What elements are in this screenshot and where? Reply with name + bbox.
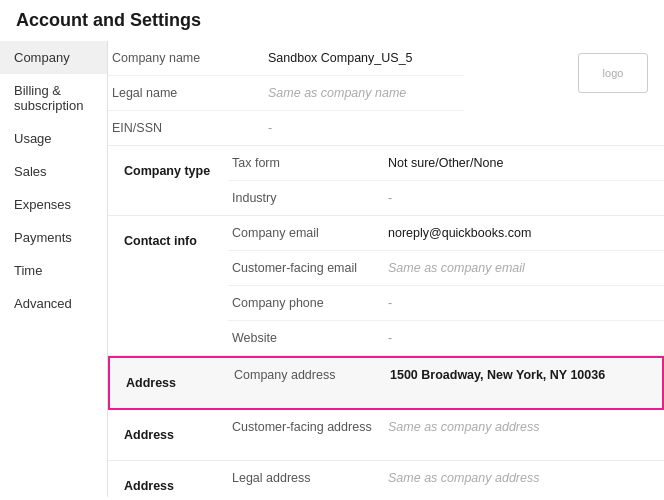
company-email-value: noreply@quickbooks.com	[388, 226, 664, 240]
company-phone-label: Company phone	[228, 296, 388, 310]
industry-row: Industry -	[228, 181, 664, 215]
company-address-row: Company address 1500 Broadway, New York,…	[230, 358, 662, 392]
company-phone-row: Company phone -	[228, 286, 664, 321]
address2-label: Address	[108, 410, 228, 460]
legal-address-rows: Legal address Same as company address	[228, 461, 664, 497]
customer-address-section: Address Customer-facing address Same as …	[108, 410, 664, 461]
website-label: Website	[228, 331, 388, 345]
company-type-label: Company type	[108, 146, 228, 215]
address-label: Address	[110, 358, 230, 408]
customer-address-value: Same as company address	[388, 420, 664, 434]
legal-name-value: Same as company name	[268, 86, 464, 100]
main-content: Company name Sandbox Company_US_5 Legal …	[108, 41, 664, 497]
company-type-rows: Tax form Not sure/Other/None Industry -	[228, 146, 664, 215]
legal-address-label: Legal address	[228, 471, 388, 485]
company-email-label: Company email	[228, 226, 388, 240]
address3-label: Address	[108, 461, 228, 497]
legal-address-row: Legal address Same as company address	[228, 461, 664, 495]
logo-placeholder-text: logo	[603, 67, 624, 79]
contact-info-section: Contact info Company email noreply@quick…	[108, 216, 664, 356]
sidebar-item-usage[interactable]: Usage	[0, 122, 107, 155]
sidebar-item-advanced[interactable]: Advanced	[0, 287, 107, 320]
customer-address-row: Customer-facing address Same as company …	[228, 410, 664, 444]
contact-info-label: Contact info	[108, 216, 228, 355]
customer-address-label: Customer-facing address	[228, 420, 388, 434]
company-name-value: Sandbox Company_US_5	[268, 51, 464, 65]
company-address-label: Company address	[230, 368, 390, 382]
website-value: -	[388, 331, 664, 345]
industry-value: -	[388, 191, 664, 205]
company-phone-value: -	[388, 296, 664, 310]
sidebar: Company Billing & subscription Usage Sal…	[0, 41, 108, 497]
legal-address-value: Same as company address	[388, 471, 664, 485]
logo-area: logo	[464, 41, 664, 145]
customer-email-value: Same as company email	[388, 261, 664, 275]
address-highlighted-section: Address Company address 1500 Broadway, N…	[108, 356, 664, 410]
page-title: Account and Settings	[0, 0, 664, 41]
sidebar-item-company[interactable]: Company	[0, 41, 107, 74]
sidebar-item-expenses[interactable]: Expenses	[0, 188, 107, 221]
sidebar-item-time[interactable]: Time	[0, 254, 107, 287]
customer-address-rows: Customer-facing address Same as company …	[228, 410, 664, 460]
sidebar-item-payments[interactable]: Payments	[0, 221, 107, 254]
address-rows: Company address 1500 Broadway, New York,…	[230, 358, 662, 408]
legal-address-section: Address Legal address Same as company ad…	[108, 461, 664, 497]
customer-email-label: Customer-facing email	[228, 261, 388, 275]
sidebar-item-sales[interactable]: Sales	[0, 155, 107, 188]
logo-box: logo	[578, 53, 648, 93]
legal-name-label: Legal name	[108, 86, 268, 100]
company-type-section: Company type Tax form Not sure/Other/Non…	[108, 146, 664, 216]
tax-form-label: Tax form	[228, 156, 388, 170]
company-email-row: Company email noreply@quickbooks.com	[228, 216, 664, 251]
company-name-label: Company name	[108, 51, 268, 65]
sidebar-item-billing[interactable]: Billing & subscription	[0, 74, 107, 122]
website-row: Website -	[228, 321, 664, 355]
customer-email-row: Customer-facing email Same as company em…	[228, 251, 664, 286]
industry-label: Industry	[228, 191, 388, 205]
tax-form-value: Not sure/Other/None	[388, 156, 664, 170]
ein-ssn-value: -	[268, 121, 464, 135]
ein-ssn-label: EIN/SSN	[108, 121, 268, 135]
tax-form-row: Tax form Not sure/Other/None	[228, 146, 664, 181]
company-address-value: 1500 Broadway, New York, NY 10036	[390, 368, 662, 382]
contact-info-rows: Company email noreply@quickbooks.com Cus…	[228, 216, 664, 355]
